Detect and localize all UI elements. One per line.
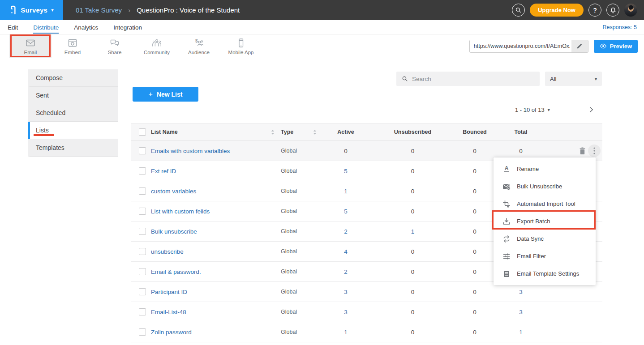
- bounced-count[interactable]: 0: [455, 309, 494, 315]
- list-name-link[interactable]: Bulk unsubscribe: [151, 228, 197, 235]
- row-checkbox[interactable]: [139, 147, 146, 154]
- select-all-checkbox[interactable]: [139, 128, 146, 136]
- row-checkbox[interactable]: [139, 248, 146, 255]
- upgrade-now-button[interactable]: Upgrade Now: [530, 4, 584, 17]
- active-count[interactable]: 5: [321, 168, 370, 175]
- chevron-down-icon[interactable]: ▾: [548, 107, 550, 112]
- menu-item-email-filter[interactable]: Email Filter: [494, 247, 596, 265]
- active-count[interactable]: 4: [321, 248, 370, 255]
- active-count[interactable]: 0: [321, 148, 370, 154]
- active-count[interactable]: 2: [321, 228, 370, 235]
- table-row[interactable]: Zolin password Global 1 0 0 1: [131, 322, 602, 342]
- list-name-link[interactable]: custom variables: [151, 188, 196, 195]
- total-count[interactable]: 3: [494, 289, 547, 295]
- sidebar-item-sent[interactable]: Sent: [28, 87, 118, 104]
- column-type[interactable]: Type: [281, 129, 293, 135]
- row-checkbox[interactable]: [139, 288, 146, 295]
- row-checkbox[interactable]: [139, 208, 146, 215]
- tab-analytics[interactable]: Analytics: [74, 21, 98, 34]
- table-row[interactable]: Email-List-48 Global 3 0 0 3: [131, 302, 602, 322]
- sort-icon[interactable]: [313, 129, 317, 135]
- user-avatar[interactable]: [624, 4, 637, 17]
- menu-item-rename[interactable]: A Rename: [494, 160, 596, 178]
- list-name-link[interactable]: Zolin password: [151, 329, 192, 336]
- unsubscribed-count[interactable]: 0: [370, 329, 455, 336]
- search-input[interactable]: [412, 76, 540, 82]
- active-count[interactable]: 1: [321, 329, 370, 336]
- edit-url-button[interactable]: [571, 40, 588, 52]
- breadcrumb-survey[interactable]: 01 Take Survey: [76, 6, 122, 14]
- unsubscribed-count[interactable]: 0: [370, 309, 455, 315]
- menu-item-data-sync[interactable]: Data Sync: [494, 230, 596, 247]
- bounced-count[interactable]: 0: [455, 329, 494, 336]
- active-count[interactable]: 2: [321, 268, 370, 275]
- row-checkbox[interactable]: [139, 268, 146, 275]
- preview-button[interactable]: Preview: [594, 40, 638, 53]
- notifications-button[interactable]: [606, 4, 619, 17]
- bounced-count[interactable]: 0: [455, 208, 494, 215]
- unsubscribed-count[interactable]: 0: [370, 148, 455, 154]
- active-count[interactable]: 5: [321, 208, 370, 215]
- tab-edit[interactable]: Edit: [8, 21, 18, 34]
- list-name-link[interactable]: Ext ref ID: [151, 168, 176, 175]
- toolbar-item-share[interactable]: Share: [94, 34, 136, 58]
- total-count[interactable]: 3: [494, 309, 547, 315]
- new-list-button[interactable]: + New List: [133, 87, 198, 102]
- sidebar-item-compose[interactable]: Compose: [28, 69, 118, 87]
- menu-item-bulk-unsubscribe[interactable]: Bulk Unsubscribe: [494, 178, 596, 195]
- bounced-count[interactable]: 0: [455, 148, 494, 154]
- list-name-link[interactable]: Participant ID: [151, 289, 187, 295]
- bounced-count[interactable]: 0: [455, 228, 494, 235]
- toolbar-item-mobile-app[interactable]: Mobile App: [220, 34, 262, 58]
- list-filter-dropdown[interactable]: All ▾: [545, 72, 602, 86]
- row-checkbox[interactable]: [139, 187, 146, 195]
- toolbar-item-audience[interactable]: $ Audience: [178, 34, 220, 58]
- responses-count[interactable]: Responses: 5: [603, 24, 637, 30]
- unsubscribed-count[interactable]: 1: [370, 228, 455, 235]
- row-checkbox[interactable]: [139, 228, 146, 235]
- menu-item-email-template-settings[interactable]: Email Template Settings: [494, 265, 596, 282]
- list-name-link[interactable]: unsubscribe: [151, 248, 184, 255]
- bounced-count[interactable]: 0: [455, 289, 494, 295]
- next-page-button[interactable]: [588, 106, 594, 113]
- row-checkbox[interactable]: [139, 167, 146, 175]
- unsubscribed-count[interactable]: 0: [370, 168, 455, 175]
- active-count[interactable]: 1: [321, 188, 370, 195]
- sort-icon[interactable]: [271, 129, 275, 135]
- list-name-link[interactable]: Email-List-48: [151, 309, 186, 315]
- row-checkbox[interactable]: [139, 328, 146, 336]
- active-count[interactable]: 3: [321, 309, 370, 315]
- toolbar-item-embed[interactable]: Embed: [52, 34, 94, 58]
- toolbar-item-email[interactable]: Email: [9, 34, 52, 58]
- bounced-count[interactable]: 0: [455, 248, 494, 255]
- sidebar-item-scheduled[interactable]: Scheduled: [28, 104, 118, 122]
- list-name-link[interactable]: List with custom feilds: [151, 208, 210, 215]
- column-list-name[interactable]: List Name: [151, 129, 178, 135]
- list-name-link[interactable]: Email & password.: [151, 268, 201, 275]
- app-switcher[interactable]: Surveys ▾: [0, 0, 63, 20]
- list-name-link[interactable]: Emails with custom varialbles: [151, 148, 230, 154]
- sidebar-item-templates[interactable]: Templates: [28, 139, 118, 157]
- bounced-count[interactable]: 0: [455, 268, 494, 275]
- menu-item-export-batch[interactable]: Export Batch: [494, 213, 596, 230]
- unsubscribed-count[interactable]: 0: [370, 248, 455, 255]
- active-count[interactable]: 3: [321, 289, 370, 295]
- page-range-label[interactable]: 1 - 10 of 13: [515, 106, 545, 113]
- unsubscribed-count[interactable]: 0: [370, 268, 455, 275]
- delete-list-button[interactable]: [579, 147, 586, 155]
- tab-integration[interactable]: Integration: [113, 21, 142, 34]
- survey-url-input[interactable]: [470, 40, 571, 52]
- help-button[interactable]: ?: [588, 4, 601, 17]
- row-checkbox[interactable]: [139, 308, 146, 315]
- more-actions-button[interactable]: [588, 145, 601, 157]
- toolbar-item-community[interactable]: Community: [136, 34, 178, 58]
- total-count[interactable]: 1: [494, 329, 547, 336]
- bounced-count[interactable]: 0: [455, 168, 494, 175]
- tab-distribute[interactable]: Distribute: [33, 21, 59, 34]
- sidebar-item-lists[interactable]: Lists: [28, 122, 118, 139]
- bounced-count[interactable]: 0: [455, 188, 494, 195]
- unsubscribed-count[interactable]: 0: [370, 188, 455, 195]
- unsubscribed-count[interactable]: 0: [370, 289, 455, 295]
- unsubscribed-count[interactable]: 0: [370, 208, 455, 215]
- search-button[interactable]: [512, 4, 525, 17]
